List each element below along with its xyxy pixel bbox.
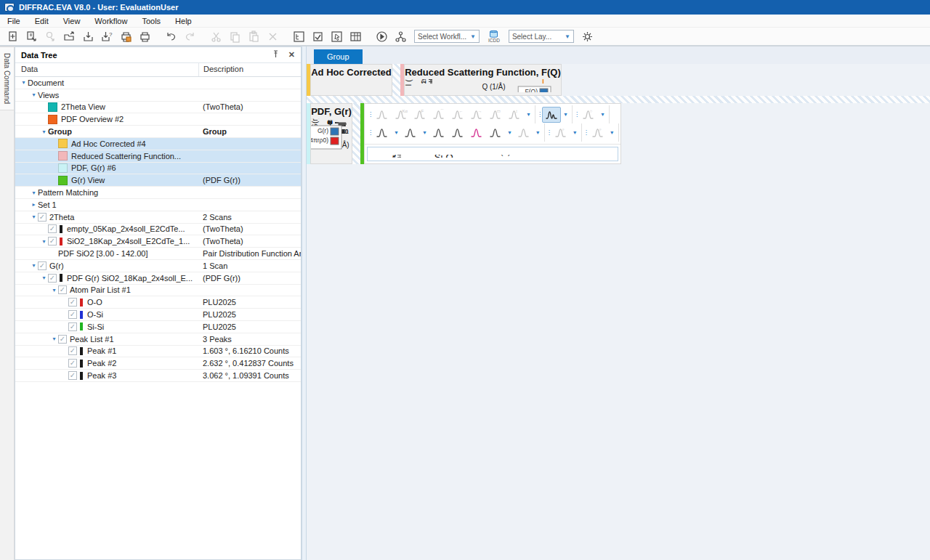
save-icon[interactable]: [79, 28, 97, 44]
checkbox-view-icon[interactable]: [309, 28, 326, 44]
cut-range-icon[interactable]: [467, 125, 486, 141]
dropdown-arrow-icon[interactable]: ▼: [561, 112, 570, 117]
expander-open-icon[interactable]: ▾: [40, 275, 48, 281]
tree-row[interactable]: ▾Document: [15, 77, 301, 89]
pdf-gr-chart[interactable]: 01234567891011-3-2-10123456r (Å)G(r)G(r)…: [311, 118, 352, 163]
pin-icon[interactable]: [272, 50, 280, 58]
row-checkbox[interactable]: ✓: [58, 335, 67, 344]
tree-column-headers[interactable]: Data Description: [15, 63, 301, 77]
close-panel-icon[interactable]: ✕: [288, 50, 295, 60]
column-data[interactable]: Data: [15, 63, 44, 76]
show-peaks-icon[interactable]: [542, 107, 561, 123]
copy-range-icon[interactable]: [448, 125, 467, 141]
panel-splitter[interactable]: [302, 46, 307, 560]
tree-row[interactable]: ▾Views: [15, 89, 301, 102]
row-checkbox[interactable]: ✓: [68, 346, 77, 355]
import-scan-icon[interactable]: [23, 28, 40, 44]
duplicate-scan-icon[interactable]: [486, 125, 505, 141]
row-checkbox[interactable]: ✓: [68, 298, 77, 307]
dropdown-arrow-icon[interactable]: ▼: [598, 112, 607, 117]
tree-row[interactable]: ▾✓PDF G(r) SiO2_18Kap_2x4soll_E...(PDF G…: [15, 272, 301, 285]
workflow-graph-icon[interactable]: [392, 28, 409, 44]
column-splitter[interactable]: [392, 64, 400, 96]
data-command-sidebar[interactable]: Data Command: [0, 46, 15, 560]
layout-select[interactable]: Select Lay...▼: [509, 30, 574, 43]
expander-open-icon[interactable]: ▾: [20, 79, 28, 86]
drag-handle-icon[interactable]: ⋮: [368, 131, 373, 134]
dropdown-arrow-icon[interactable]: ▼: [420, 130, 429, 135]
axis-scale-icon[interactable]: [373, 125, 392, 141]
print-icon[interactable]: [136, 28, 153, 44]
tree-row[interactable]: PDF Overview #2: [15, 113, 301, 126]
menu-tools[interactable]: Tools: [134, 16, 168, 26]
dropdown-arrow-icon[interactable]: ▼: [392, 130, 401, 135]
tree-row[interactable]: ▸Set 1: [15, 199, 301, 211]
cursor-view-icon[interactable]: [328, 28, 345, 44]
drag-handle-icon[interactable]: ⋮: [574, 113, 579, 115]
slope-correction-icon[interactable]: [401, 125, 420, 141]
row-checkbox[interactable]: ✓: [48, 224, 57, 233]
print-setup-icon[interactable]: [117, 28, 134, 44]
tree-row[interactable]: ✓O-OPLU2025: [15, 296, 301, 309]
row-checkbox[interactable]: ✓: [68, 371, 77, 380]
tree-row[interactable]: PDF SiO2 [3.00 - 142.00]Pair Distributio…: [15, 248, 301, 260]
menu-help[interactable]: Help: [168, 16, 199, 26]
row-checkbox[interactable]: ✓: [68, 322, 77, 331]
tree-row[interactable]: ✓Peak #11.603 °, 6.16210 Counts: [15, 346, 301, 358]
tree-row[interactable]: PDF, G(r) #6: [15, 163, 301, 175]
new-document-icon[interactable]: [4, 28, 21, 44]
icdd-database-icon[interactable]: ICDD: [488, 30, 500, 44]
tree-row[interactable]: ▾✓G(r)1 Scan: [15, 260, 301, 272]
expander-open-icon[interactable]: ▾: [40, 129, 48, 135]
drag-handle-icon[interactable]: ⋮: [368, 113, 373, 115]
tree-row[interactable]: ▾Pattern Matching: [15, 187, 301, 199]
tree-row[interactable]: Reduced Scattering Function...: [15, 150, 301, 163]
menu-edit[interactable]: Edit: [28, 16, 56, 26]
settings-gear-icon[interactable]: [579, 28, 597, 44]
ad-hoc-corrected-chart[interactable]: 123456789101214161820020406080100120QMax…: [311, 79, 392, 95]
row-checkbox[interactable]: ✓: [38, 213, 46, 222]
expander-open-icon[interactable]: ▾: [40, 238, 48, 245]
drag-handle-icon[interactable]: ⋮: [583, 131, 589, 134]
dropdown-arrow-icon[interactable]: ▼: [607, 130, 617, 135]
tree-row[interactable]: ▾GroupGroup: [15, 126, 301, 138]
tree-row[interactable]: ▾✓Atom Pair List #1: [15, 285, 301, 297]
dropdown-arrow-icon[interactable]: ▼: [570, 130, 580, 135]
dropdown-arrow-icon[interactable]: ▼: [524, 112, 533, 117]
row-checkbox[interactable]: ✓: [48, 274, 57, 283]
partial-pdf-chart[interactable]: 12345678-3-2-101234567r(Å)G(r)Si-OO-OSi-…: [368, 147, 618, 161]
menu-view[interactable]: View: [56, 16, 88, 26]
expander-open-icon[interactable]: ▾: [30, 262, 38, 269]
open-export-icon[interactable]: [60, 28, 78, 44]
expander-open-icon[interactable]: ▾: [30, 92, 38, 98]
row-checkbox[interactable]: ✓: [68, 310, 77, 319]
save-as-icon[interactable]: ?: [98, 28, 116, 44]
expander-open-icon[interactable]: ▾: [30, 214, 38, 220]
tree-row[interactable]: ✓Si-SiPLU2025: [15, 321, 301, 333]
menu-file[interactable]: File: [0, 16, 28, 26]
dropdown-arrow-icon[interactable]: ▼: [533, 130, 543, 135]
row-checkbox[interactable]: ✓: [38, 261, 46, 270]
tree-row[interactable]: ▾✓2Theta2 Scans: [15, 211, 301, 224]
expander-closed-icon[interactable]: ▸: [30, 201, 38, 208]
expander-open-icon[interactable]: ▾: [50, 287, 58, 293]
tree-row[interactable]: ▾✓Peak List #13 Peaks: [15, 333, 301, 346]
undo-icon[interactable]: [162, 28, 179, 44]
menu-workflow[interactable]: Workflow: [87, 16, 134, 26]
row-splitter[interactable]: [307, 96, 930, 103]
row-checkbox[interactable]: ✓: [68, 359, 77, 368]
dropdown-arrow-icon[interactable]: ▼: [505, 130, 514, 135]
workflow-select[interactable]: Select Workfl...▼: [414, 30, 480, 43]
tree-row[interactable]: 2Theta View(TwoTheta): [15, 102, 301, 114]
tree-row[interactable]: G(r) View(PDF G(r)): [15, 174, 301, 187]
drag-handle-icon[interactable]: ⋮: [546, 131, 551, 134]
reduced-scattering-chart[interactable]: 123456789101214161820-2-1.5-1-0.500.511.…: [405, 79, 561, 95]
expander-open-icon[interactable]: ▾: [30, 190, 38, 196]
tree-row[interactable]: ▾✓SiO2_18Kap_2x4soll_E2CdTe_1...(TwoThet…: [15, 235, 301, 248]
column-splitter[interactable]: [352, 103, 360, 164]
row-checkbox[interactable]: ✓: [58, 285, 67, 294]
tab-group[interactable]: Group: [314, 49, 363, 64]
drag-handle-icon[interactable]: ⋮: [537, 113, 542, 115]
zoom-mode-icon[interactable]: [429, 125, 448, 141]
tree-view-icon[interactable]: [290, 28, 307, 44]
